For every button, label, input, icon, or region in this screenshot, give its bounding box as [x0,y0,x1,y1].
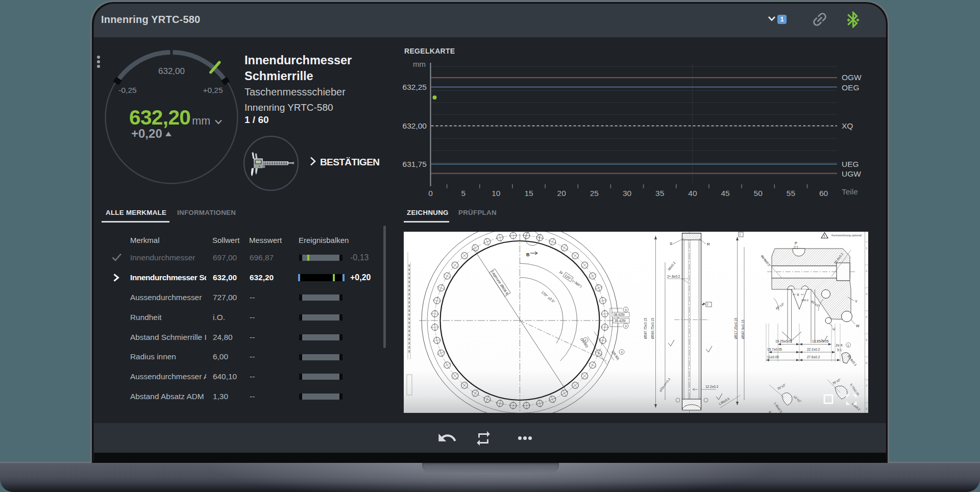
svg-text:20: 20 [557,189,567,198]
svg-text:08.925I: 08.925I [614,313,625,316]
svg-text:25: 25 [590,189,599,198]
svg-text:1±0.2: 1±0.2 [801,299,808,302]
svg-text:P: P [795,241,797,245]
svg-text:OEG: OEG [842,83,859,92]
svg-text:22.2±0.2: 22.2±0.2 [807,348,820,351]
svg-text:mm: mm [413,60,426,68]
svg-text:U: U [832,327,835,331]
svg-text:631,75: 631,75 [403,160,427,168]
svg-text:Teile: Teile [842,187,858,196]
svg-text:Y: Y [855,300,857,303]
svg-text:632,25: 632,25 [403,83,427,91]
svg-text:30: 30 [623,189,632,198]
svg-text:50: 50 [754,189,763,198]
svg-text:X: X [797,293,799,297]
svg-text:45: 45 [721,189,729,198]
svg-text:15: 15 [524,189,533,198]
svg-text:12.2±0.2: 12.2±0.2 [705,385,719,388]
svg-text:2x X: 2x X [836,343,843,347]
svg-text:s²: s² [769,410,771,413]
svg-text:60: 60 [819,189,828,198]
svg-text:Ø583.75±0.15: Ø583.75±0.15 [651,317,654,339]
svg-text:2:1: 2:1 [794,245,798,249]
svg-text:35.425I: 35.425I [615,319,626,323]
svg-text:13.85±0.05: 13.85±0.05 [812,339,829,343]
svg-text:W: W [856,324,860,328]
svg-text:5:1: 5:1 [837,348,842,352]
svg-text:Ø587.9±0.15: Ø587.9±0.15 [741,319,745,339]
svg-text:B: B [526,252,530,257]
svg-text:35: 35 [655,189,664,198]
svg-text:I: I [707,303,708,306]
svg-text:Kennzeichnung optional: Kennzeichnung optional [831,234,862,237]
svg-text:I: I [740,233,741,236]
svg-text:OGW: OGW [842,73,862,82]
svg-text:2+.8±0.2: 2+.8±0.2 [667,275,680,278]
svg-text:27.6±0.2: 27.6±0.2 [807,355,820,359]
svg-text:UEG: UEG [842,160,859,168]
svg-text:55: 55 [787,189,795,198]
svg-text:!: ! [824,234,825,238]
svg-text:XQ: XQ [842,121,853,130]
svg-text:5: 5 [461,189,465,198]
svg-text:S: S [670,241,672,246]
svg-text:632,00: 632,00 [403,121,427,130]
svg-text:Ø517.25±0.15: Ø517.25±0.15 [734,317,738,339]
svg-text:15.7±0.05: 15.7±0.05 [767,348,782,351]
svg-text:0: 0 [428,189,433,198]
svg-text:11±0.05: 11±0.05 [767,355,779,359]
svg-text:UGW: UGW [842,169,861,178]
svg-text:10: 10 [492,189,501,198]
svg-text:Ø587.75±0.15: Ø587.75±0.15 [644,317,647,339]
svg-text:40: 40 [688,189,697,198]
svg-text:R: R [707,242,710,247]
